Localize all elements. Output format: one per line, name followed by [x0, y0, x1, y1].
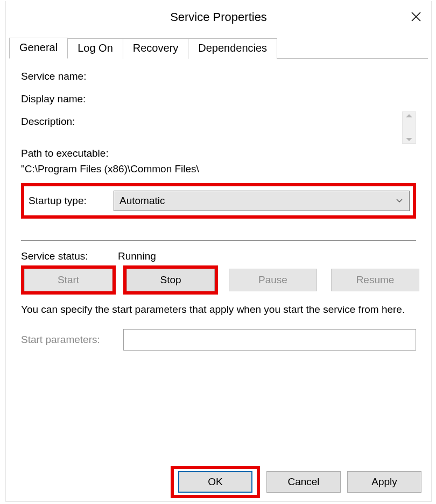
startup-type-value: Automatic — [119, 195, 165, 207]
description-label: Description: — [21, 116, 118, 128]
stop-button-highlight: Stop — [123, 265, 218, 295]
chevron-down-icon — [396, 198, 403, 204]
apply-button[interactable]: Apply — [347, 471, 421, 493]
path-block: Path to executable: "C:\Program Files (x… — [21, 146, 416, 177]
tab-content-general: Service name: Display name: Description:… — [6, 59, 431, 463]
tab-general[interactable]: General — [9, 38, 68, 59]
service-name-label: Service name: — [21, 71, 118, 82]
path-value: "C:\Program Files (x86)\Common Files\ — [21, 162, 416, 177]
description-scrollbar[interactable] — [402, 111, 416, 144]
pause-button-wrap: Pause — [226, 265, 320, 295]
service-properties-dialog: Service Properties General Log On Recove… — [5, 1, 432, 502]
startup-type-dropdown[interactable]: Automatic — [114, 191, 410, 211]
ok-button-highlight: OK — [171, 466, 260, 498]
description-row: Description: — [21, 116, 416, 128]
tab-dependencies[interactable]: Dependencies — [188, 38, 277, 59]
startup-type-label: Startup type: — [27, 195, 114, 207]
cancel-button[interactable]: Cancel — [266, 471, 341, 493]
start-parameters-note: You can specify the start parameters tha… — [21, 302, 416, 317]
start-button: Start — [24, 269, 112, 291]
service-status-label: Service status: — [21, 250, 118, 262]
display-name-row: Display name: — [21, 93, 416, 105]
scroll-down-icon — [406, 138, 412, 141]
titlebar: Service Properties — [6, 1, 431, 33]
start-parameters-row: Start parameters: — [21, 329, 416, 351]
display-name-label: Display name: — [21, 93, 118, 105]
close-button[interactable] — [405, 8, 427, 27]
start-parameters-label: Start parameters: — [21, 334, 123, 346]
resume-button-wrap: Resume — [328, 265, 423, 295]
service-status-value: Running — [118, 250, 156, 262]
path-label: Path to executable: — [21, 146, 416, 162]
stop-button[interactable]: Stop — [126, 269, 215, 291]
start-parameters-input — [123, 329, 416, 351]
close-icon — [411, 10, 421, 25]
tab-recovery[interactable]: Recovery — [123, 38, 188, 59]
divider — [21, 240, 416, 241]
tab-log-on[interactable]: Log On — [67, 38, 123, 59]
pause-button: Pause — [229, 269, 317, 291]
scroll-up-icon — [406, 114, 412, 117]
service-name-row: Service name: — [21, 71, 416, 82]
service-status-row: Service status: Running — [21, 250, 416, 262]
tab-bar: General Log On Recovery Dependencies — [6, 38, 431, 59]
dialog-title: Service Properties — [170, 10, 267, 24]
service-control-buttons: Start Stop Pause Resume — [21, 265, 416, 295]
start-button-highlight: Start — [21, 265, 116, 295]
ok-button[interactable]: OK — [178, 471, 252, 493]
dialog-footer: OK Cancel Apply — [6, 463, 431, 501]
startup-type-highlight: Startup type: Automatic — [21, 183, 416, 219]
resume-button: Resume — [331, 269, 419, 291]
